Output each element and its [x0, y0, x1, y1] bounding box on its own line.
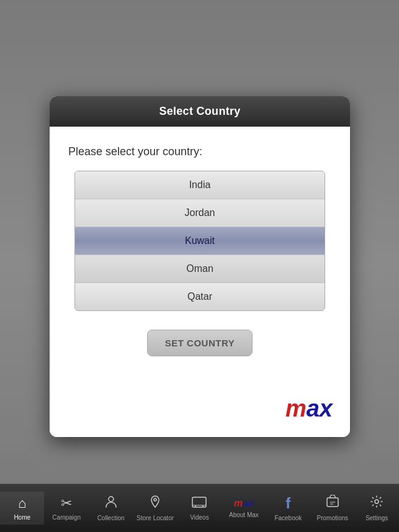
nav-item-home[interactable]: ⌂ Home	[0, 492, 44, 525]
nav-item-videos[interactable]: Videos	[177, 492, 222, 525]
facebook-icon: f	[285, 495, 290, 512]
nav-item-facebook[interactable]: f Facebook	[266, 491, 310, 525]
prompt-text: Please select your country:	[68, 145, 331, 158]
nav-label-promotions: Promotions	[316, 515, 348, 521]
nav-label-collection: Collection	[97, 515, 125, 521]
nav-label-facebook: Facebook	[274, 515, 302, 521]
collection-icon	[104, 495, 118, 512]
svg-point-0	[109, 497, 114, 502]
max-logo-text: max	[285, 395, 333, 422]
max-logo: max	[285, 395, 333, 422]
country-item-qatar[interactable]: Qatar	[75, 283, 325, 310]
modal-body: Please select your country: India Jordan…	[50, 127, 350, 437]
select-country-modal: Select Country Please select your countr…	[50, 96, 350, 437]
country-item-oman[interactable]: Oman	[75, 255, 325, 283]
nav-label-about-max: About Max	[229, 512, 259, 518]
bottom-nav: ⌂ Home ✂ Campaign Collection Store Locat…	[0, 484, 399, 532]
modal-header: Select Country	[50, 96, 350, 127]
svg-point-9	[375, 500, 379, 503]
nav-item-campaign[interactable]: ✂ Campaign	[44, 492, 88, 525]
store-locator-icon	[149, 495, 161, 512]
modal-title: Select Country	[159, 105, 240, 117]
svg-point-1	[154, 498, 156, 501]
country-item-india[interactable]: India	[75, 171, 325, 199]
country-item-kuwait[interactable]: Kuwait	[75, 227, 325, 255]
campaign-icon: ✂	[61, 495, 72, 512]
nav-item-store-locator[interactable]: Store Locator	[133, 491, 177, 525]
nav-item-settings[interactable]: Settings	[355, 491, 399, 525]
svg-rect-2	[192, 497, 206, 507]
nav-label-home: Home	[14, 514, 30, 521]
country-picker[interactable]: India Jordan Kuwait Oman Qatar	[74, 171, 325, 311]
settings-icon	[370, 495, 383, 512]
nav-label-settings: Settings	[365, 515, 388, 521]
videos-icon	[192, 495, 207, 512]
nav-label-videos: Videos	[190, 514, 208, 521]
nav-label-campaign: Campaign	[52, 514, 81, 521]
nav-item-promotions[interactable]: Promotions	[310, 491, 354, 525]
about-max-icon: max	[234, 498, 254, 509]
set-country-button[interactable]: SET COUNTRY	[147, 330, 253, 356]
promotions-icon	[326, 495, 339, 512]
country-item-jordan[interactable]: Jordan	[75, 199, 325, 227]
nav-item-about-max[interactable]: max About Max	[222, 494, 266, 522]
nav-label-store-locator: Store Locator	[137, 515, 174, 521]
nav-item-collection[interactable]: Collection	[89, 491, 133, 525]
home-icon: ⌂	[18, 495, 26, 512]
